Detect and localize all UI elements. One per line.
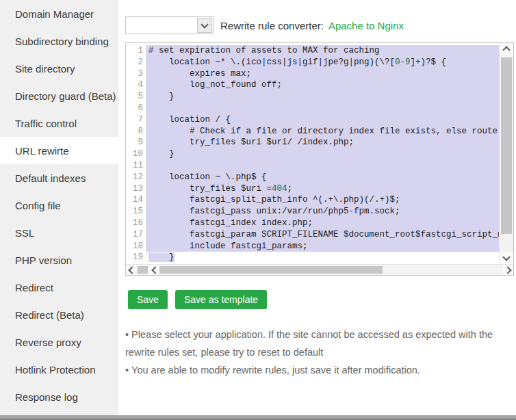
code-line: 9 try_files $uri $uri/ /index.php; [126,137,499,148]
code-line: 5 } [126,91,499,103]
application-select[interactable] [125,16,214,34]
editor-vertical-scrollbar[interactable] [499,43,513,264]
sidebar-item-label: Config file [15,200,61,211]
sidebar-item-directory-guard-beta[interactable]: Directory guard (Beta) [0,82,118,109]
sidebar-item-label: Redirect (Beta) [15,309,84,321]
scroll-down-button[interactable] [500,252,513,264]
sidebar-item-php-version[interactable]: PHP version [0,246,118,274]
sidebar-item-ssl[interactable]: SSL [0,219,118,246]
line-number: 7 [126,114,146,126]
save-button[interactable]: Save [128,290,168,309]
code-line: 10 } [126,148,499,160]
line-content: fastcgi_pass unix:/var/run/php5-fpm.sock… [146,206,499,218]
save-as-template-button[interactable]: Save as template [175,290,267,309]
apache-to-nginx-link[interactable]: Apache to Nginx [328,20,404,31]
toolbar: Rewrite rule converter: Apache to Nginx [125,16,404,34]
editor-horizontal-scrollbar[interactable] [126,264,513,275]
converter-label: Rewrite rule converter: [220,20,324,31]
code-line: 18 include fastcgi_params; [126,241,499,252]
select-dropdown-button[interactable] [197,18,212,33]
code-line: 7 location / { [126,114,499,126]
sidebar-item-reverse-proxy[interactable]: Reverse proxy [0,328,118,356]
sidebar-item-label: Site directory [15,63,75,75]
line-number: 5 [126,91,146,103]
line-content: # set expiration of assets to MAX for ca… [146,45,499,57]
sidebar-item-hotlink-protection[interactable]: Hotlink Protection [0,356,118,383]
line-content: fastcgi_param SCRIPT_FILENAME $document_… [146,229,499,241]
chevron-right-icon [504,266,511,274]
code-line: 16 fastcgi_index index.php; [126,218,499,229]
notes-list: Please select your application. If the s… [125,326,515,379]
panel-screen: Domain Manager Subdirectory binding Site… [0,0,516,420]
code-line: 13 try_files $uri =404; [126,183,499,195]
line-content: expires max; [146,68,499,80]
sidebar-item-label: SSL [15,227,34,239]
rewrite-rules-editor[interactable]: 1 # set expiration of assets to MAX for … [125,42,514,276]
sidebar-item-label: Hotlink Protection [15,364,96,376]
sidebar-item-label: Domain Manager [15,8,94,20]
line-number: 14 [126,194,146,206]
line-content [146,160,499,172]
horizontal-scroll-thumb[interactable] [159,266,383,274]
code-line: 11 [126,160,499,172]
scroll-right-button[interactable] [503,265,513,275]
code-line: 3 expires max; [126,68,499,80]
sidebar-item-traffic-control[interactable]: Traffic control [0,109,118,137]
vertical-scroll-thumb[interactable] [501,57,512,234]
sidebar-item-label: URL rewirte [15,145,69,157]
line-number: 6 [126,103,146,114]
line-content: # Check if a file or directory index fil… [146,126,499,137]
sidebar-item-redirect-beta[interactable]: Redirect (Beta) [0,301,118,328]
line-number: 3 [126,68,146,80]
scroll-left-button-inner[interactable] [149,265,159,275]
code-area[interactable]: 1 # set expiration of assets to MAX for … [126,43,499,264]
sidebar-item-subdirectory-binding[interactable]: Subdirectory binding [0,27,118,55]
line-number: 8 [126,126,146,137]
window-horizontal-scrollbar[interactable] [0,415,516,420]
line-content: } [146,252,499,263]
code-line: 2 location ~* \.(ico|css|js|gif|jpe?g|pn… [126,57,499,68]
scroll-up-button[interactable] [500,43,513,55]
line-number: 12 [126,172,146,183]
code-line: 8 # Check if a file or directory index f… [126,126,499,137]
line-content [146,103,499,114]
code-line: 12 location ~ \.php$ { [126,172,499,183]
code-line: 17 fastcgi_param SCRIPT_FILENAME $docume… [126,229,499,241]
sidebar-item-label: Subdirectory binding [15,36,109,47]
sidebar-item-domain-manager[interactable]: Domain Manager [0,0,118,27]
line-number: 15 [126,206,146,218]
chevron-left-icon [128,266,136,274]
code-line: 14 fastcgi_split_path_info ^(.+\.php)(/.… [126,194,499,206]
line-number: 19 [126,252,146,263]
sidebar-item-url-rewirte[interactable]: URL rewirte [0,137,118,164]
line-content: } [146,148,499,160]
line-content: location / { [146,114,499,126]
gutter-scroll-thumb[interactable] [138,266,148,274]
sidebar-item-label: Traffic control [15,118,77,129]
sidebar-item-site-directory[interactable]: Site directory [0,55,118,82]
line-number: 13 [126,183,146,195]
sidebar-item-redirect[interactable]: Redirect [0,274,118,301]
line-content: fastcgi_split_path_info ^(.+\.php)(/.+)$… [146,194,499,206]
sidebar-item-label: Default indexes [15,172,86,184]
chevron-down-icon [201,21,208,28]
scroll-left-button[interactable] [126,265,136,275]
sidebar-item-label: Directory guard (Beta) [15,90,116,102]
line-content: } [146,91,499,103]
line-content: try_files $uri =404; [146,183,499,195]
sidebar-item-config-file[interactable]: Config file [0,192,118,219]
sidebar-item-label: PHP version [15,254,72,266]
sidebar-item-label: Response log [15,391,78,403]
sidebar-item-label: Reverse proxy [15,337,81,348]
sidebar-item-label: Redirect [15,282,53,293]
line-content: include fastcgi_params; [146,241,499,252]
sidebar-item-default-indexes[interactable]: Default indexes [0,164,118,192]
chevron-left-icon [151,266,159,274]
sidebar-item-response-log[interactable]: Response log [0,383,118,410]
line-number: 1 [126,45,146,57]
note-item: Please select your application. If the s… [125,326,515,361]
code-line: 15 fastcgi_pass unix:/var/run/php5-fpm.s… [126,206,499,218]
line-content: fastcgi_index index.php; [146,218,499,229]
line-number: 16 [126,218,146,229]
line-number: 2 [126,57,146,68]
